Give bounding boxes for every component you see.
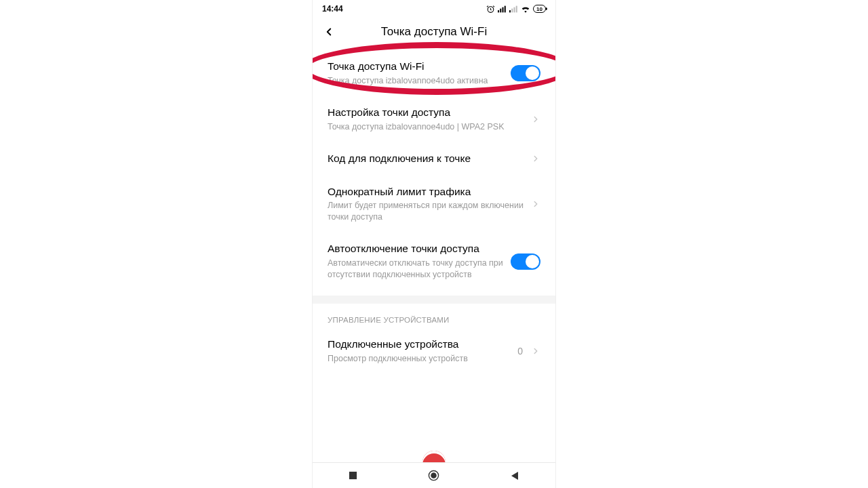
- svg-rect-5: [509, 10, 511, 12]
- auto-off-toggle[interactable]: [511, 253, 540, 270]
- status-icons: 10: [486, 5, 546, 14]
- row-title: Настройка точки доступа: [328, 106, 524, 120]
- svg-rect-3: [502, 7, 504, 12]
- alarm-icon: [486, 5, 495, 14]
- row-qr-code[interactable]: Код для подключения к точке: [313, 142, 555, 176]
- section-divider: [313, 296, 555, 304]
- chevron-right-icon: [531, 154, 540, 163]
- row-connected-devices[interactable]: Подключенные устройства Просмотр подключ…: [313, 328, 555, 374]
- row-hotspot-config[interactable]: Настройка точки доступа Точка доступа iz…: [313, 96, 555, 142]
- settings-list: Точка доступа Wi-Fi Точка доступа izbalo…: [313, 46, 555, 374]
- svg-rect-1: [498, 10, 499, 12]
- row-title: Автоотключение точки доступа: [328, 242, 504, 256]
- row-subtitle: Лимит будет применяться при каждом включ…: [328, 200, 524, 223]
- nav-recent-button[interactable]: [333, 471, 374, 480]
- signal-secondary-icon: [509, 5, 518, 13]
- phone-frame: 14:44 10 Точка доступа Wi-Fi Точка досту…: [312, 0, 556, 488]
- battery-icon: 10: [533, 5, 546, 13]
- back-button[interactable]: [319, 22, 338, 41]
- row-subtitle: Точка доступа izbalovannoe4udo | WPA2 PS…: [328, 121, 524, 133]
- chevron-right-icon: [531, 199, 540, 209]
- connected-count: 0: [517, 346, 523, 357]
- status-bar: 14:44 10: [313, 0, 555, 18]
- page-title: Точка доступа Wi-Fi: [338, 25, 530, 39]
- nav-back-button[interactable]: [494, 471, 535, 481]
- circle-icon: [428, 470, 439, 481]
- svg-rect-4: [505, 5, 506, 12]
- signal-icon: [498, 5, 507, 13]
- header: Точка доступа Wi-Fi: [313, 18, 555, 46]
- section-header-devices: УПРАВЛЕНИЕ УСТРОЙСТВАМИ: [313, 304, 555, 328]
- chevron-right-icon: [531, 346, 540, 356]
- chevron-left-icon: [323, 26, 335, 38]
- svg-rect-7: [514, 7, 515, 12]
- row-subtitle: Просмотр подключенных устройств: [328, 353, 511, 365]
- row-auto-off[interactable]: Автоотключение точки доступа Автоматичес…: [313, 232, 555, 290]
- hotspot-toggle[interactable]: [511, 65, 540, 81]
- android-nav-bar: [313, 462, 555, 488]
- row-title: Однократный лимит трафика: [328, 185, 524, 199]
- bottom-indicator-icon: [422, 451, 446, 462]
- row-subtitle: Точка доступа izbalovannoe4udo активна: [328, 75, 504, 87]
- wifi-icon: [521, 5, 530, 13]
- row-hotspot-toggle[interactable]: Точка доступа Wi-Fi Точка доступа izbalo…: [313, 46, 555, 96]
- svg-rect-9: [349, 472, 357, 479]
- row-title: Подключенные устройства: [328, 338, 511, 352]
- chevron-right-icon: [531, 115, 540, 124]
- square-icon: [349, 471, 357, 480]
- svg-rect-2: [500, 8, 501, 12]
- triangle-left-icon: [510, 471, 519, 481]
- svg-rect-6: [511, 8, 513, 12]
- row-subtitle: Автоматически отключать точку доступа пр…: [328, 258, 504, 281]
- nav-home-button[interactable]: [414, 470, 454, 481]
- row-title: Код для подключения к точке: [328, 152, 524, 166]
- svg-point-11: [431, 472, 437, 479]
- status-time: 14:44: [322, 4, 343, 14]
- row-title: Точка доступа Wi-Fi: [328, 60, 504, 74]
- svg-rect-8: [516, 5, 517, 12]
- row-traffic-limit[interactable]: Однократный лимит трафика Лимит будет пр…: [313, 176, 555, 233]
